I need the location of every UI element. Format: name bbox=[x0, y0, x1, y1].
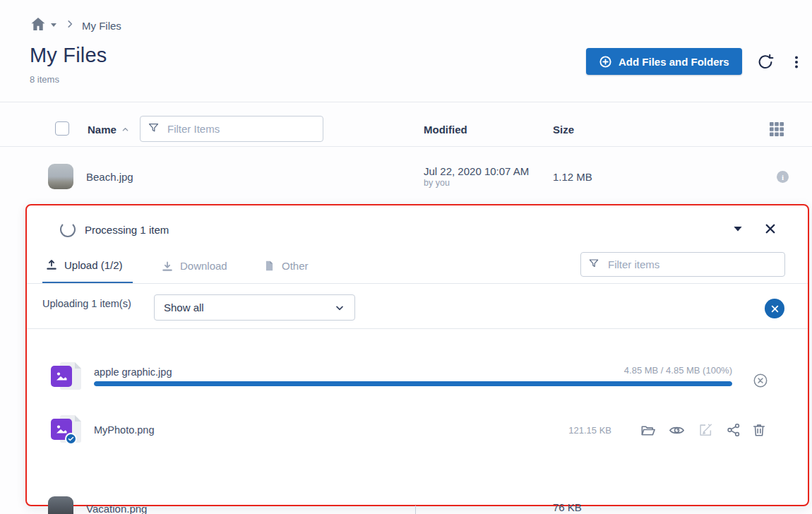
file-thumbnail-beach bbox=[48, 164, 73, 189]
breadcrumb-home-button[interactable] bbox=[30, 16, 58, 35]
file-modified-beach: Jul 22, 2020 10:07 AM bbox=[424, 165, 529, 177]
add-files-and-folders-label: Add Files and Folders bbox=[619, 56, 729, 68]
tab-download[interactable]: Download bbox=[161, 248, 227, 284]
table-header-divider bbox=[0, 146, 812, 147]
file-name-beach[interactable]: Beach.jpg bbox=[86, 171, 133, 183]
show-filter-value: Show all bbox=[164, 301, 204, 313]
share-icon bbox=[726, 422, 741, 438]
table-filter bbox=[140, 116, 323, 142]
breadcrumb: My Files bbox=[30, 16, 121, 35]
upload-icon bbox=[45, 258, 58, 271]
queue-file-size: 121.15 KB bbox=[498, 425, 611, 436]
file-name-vacation[interactable]: Vacation.png bbox=[86, 503, 147, 514]
name-column-label: Name bbox=[88, 124, 117, 136]
document-icon bbox=[263, 260, 275, 272]
close-icon bbox=[764, 222, 777, 235]
refresh-icon bbox=[757, 54, 774, 71]
uploading-status-label: Uploading 1 item(s) bbox=[42, 297, 131, 311]
trash-icon bbox=[751, 422, 767, 438]
funnel-icon bbox=[588, 258, 599, 272]
close-icon bbox=[770, 304, 780, 313]
tabs-divider bbox=[27, 283, 808, 284]
spinner-icon bbox=[60, 222, 76, 237]
edit-pencil-icon bbox=[698, 422, 713, 438]
queue-file-progress-label: 4.85 MB / 4.85 MB (100%) bbox=[520, 365, 732, 376]
kebab-menu-icon bbox=[788, 54, 805, 71]
caret-down-filled-icon bbox=[732, 222, 744, 235]
cancel-all-button[interactable] bbox=[765, 299, 784, 318]
chevron-right-icon bbox=[65, 19, 75, 32]
more-options-button[interactable] bbox=[785, 51, 808, 73]
file-thumbnail-vacation bbox=[48, 496, 73, 514]
chevron-down-icon bbox=[334, 302, 345, 313]
image-file-icon bbox=[51, 361, 85, 391]
folder-open-icon bbox=[640, 422, 656, 438]
download-icon bbox=[161, 260, 174, 273]
page-title: My Files bbox=[30, 44, 107, 67]
funnel-icon bbox=[148, 121, 160, 136]
item-count: 8 items bbox=[30, 74, 59, 85]
tab-download-label: Download bbox=[180, 260, 227, 272]
table-filter-input[interactable] bbox=[140, 116, 323, 142]
refresh-button[interactable] bbox=[754, 51, 777, 73]
progress-bar-fill bbox=[94, 381, 732, 386]
share-button[interactable] bbox=[726, 422, 741, 438]
open-folder-button[interactable] bbox=[640, 422, 656, 438]
tab-upload[interactable]: Upload (1/2) bbox=[42, 248, 133, 284]
tab-upload-label: Upload (1/2) bbox=[64, 259, 123, 271]
add-files-and-folders-button[interactable]: Add Files and Folders bbox=[586, 48, 742, 75]
grid-view-button[interactable] bbox=[765, 118, 788, 141]
size-column-header[interactable]: Size bbox=[553, 124, 574, 136]
sort-ascending-icon bbox=[121, 124, 129, 136]
delete-button[interactable] bbox=[751, 422, 767, 438]
queue-panel-title: Processing 1 item bbox=[85, 224, 169, 236]
show-filter-select[interactable]: Show all bbox=[154, 294, 355, 321]
circle-x-icon bbox=[753, 373, 768, 388]
row-divider-tick bbox=[415, 506, 416, 514]
file-size-vacation: 76 KB bbox=[553, 501, 582, 513]
queue-file-name: MyPhoto.png bbox=[94, 424, 154, 436]
upload-complete-badge bbox=[65, 433, 77, 445]
header-divider bbox=[0, 102, 812, 102]
tab-other[interactable]: Other bbox=[263, 248, 309, 284]
caret-down-icon bbox=[49, 19, 58, 32]
edit-button[interactable] bbox=[698, 422, 713, 438]
name-column-header[interactable]: Name bbox=[88, 124, 129, 136]
modified-column-header[interactable]: Modified bbox=[424, 124, 467, 136]
preview-button[interactable] bbox=[669, 422, 685, 438]
toolbar-divider bbox=[27, 328, 808, 329]
grid-view-icon bbox=[768, 121, 785, 138]
queue-filter-input[interactable] bbox=[580, 252, 785, 277]
upload-queue-panel: Processing 1 item Upload (1/2) Download bbox=[25, 204, 809, 506]
tab-other-label: Other bbox=[282, 260, 309, 272]
file-size-beach: 1.12 MB bbox=[553, 171, 592, 183]
plus-circle-icon bbox=[599, 55, 612, 68]
progress-bar bbox=[94, 381, 732, 386]
collapse-panel-button[interactable] bbox=[729, 220, 747, 238]
home-icon bbox=[30, 16, 47, 35]
queue-filter bbox=[580, 252, 785, 277]
file-modified-by-beach: by you bbox=[424, 178, 450, 188]
queue-file-name: apple graphic.jpg bbox=[94, 366, 172, 378]
eye-icon bbox=[669, 422, 685, 438]
close-panel-button[interactable] bbox=[761, 220, 780, 238]
breadcrumb-current[interactable]: My Files bbox=[82, 20, 121, 32]
cancel-upload-button[interactable] bbox=[750, 370, 771, 391]
image-file-icon bbox=[51, 414, 85, 444]
info-icon[interactable]: i bbox=[777, 171, 789, 183]
select-all-checkbox[interactable] bbox=[55, 121, 69, 136]
